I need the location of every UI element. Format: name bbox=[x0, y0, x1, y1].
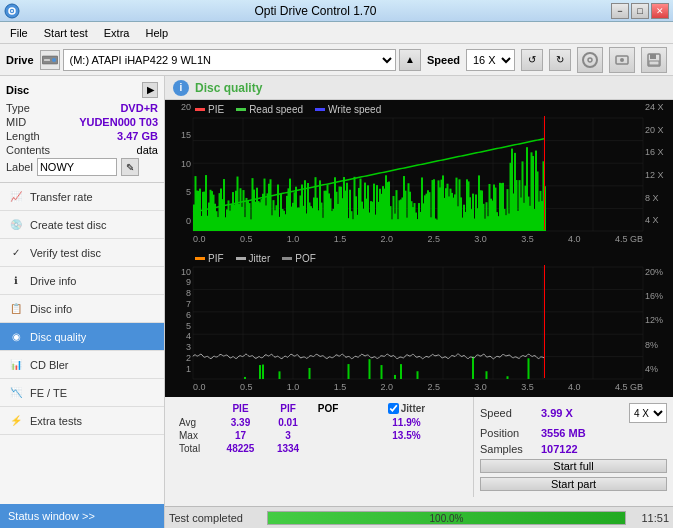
chart-bottom-x-axis: 0.0 0.5 1.0 1.5 2.0 2.5 3.0 3.5 4.0 4.5 … bbox=[193, 378, 643, 396]
speed-label: Speed bbox=[480, 407, 535, 419]
titlebar-controls: − □ ✕ bbox=[611, 3, 669, 19]
legend-jitter-color bbox=[236, 257, 246, 260]
menu-start-test[interactable]: Start test bbox=[38, 25, 94, 41]
disc-label-input[interactable] bbox=[37, 158, 117, 176]
legend-pif-label: PIF bbox=[208, 253, 224, 264]
maximize-button[interactable]: □ bbox=[631, 3, 649, 19]
legend-pie: PIE bbox=[195, 104, 224, 115]
disc-mid-value: YUDEN000 T03 bbox=[79, 116, 158, 128]
sidebar-item-verify-test-disc[interactable]: ✓ Verify test disc bbox=[0, 239, 164, 267]
start-part-button[interactable]: Start part bbox=[480, 477, 667, 491]
disc-quality-title: Disc quality bbox=[195, 81, 262, 95]
stats-panel: PIE PIF POF Jitter bbox=[165, 396, 673, 506]
drive-select[interactable]: (M:) ATAPI iHAP422 9 WL1N bbox=[63, 49, 396, 71]
disc-length-value: 3.47 GB bbox=[117, 130, 158, 142]
eject-button[interactable]: ▲ bbox=[399, 49, 421, 71]
sidebar-label-fe-te: FE / TE bbox=[30, 387, 67, 399]
save-button[interactable] bbox=[641, 47, 667, 73]
sidebar-label-verify-test-disc: Verify test disc bbox=[30, 247, 101, 259]
sidebar-label-disc-info: Disc info bbox=[30, 303, 72, 315]
position-label: Position bbox=[480, 427, 535, 439]
disc-length-row: Length 3.47 GB bbox=[6, 130, 158, 142]
samples-row: Samples 107122 bbox=[480, 443, 667, 455]
status-window-bar[interactable]: Status window >> bbox=[0, 504, 164, 528]
row-avg-pof bbox=[308, 416, 348, 429]
svg-point-9 bbox=[620, 58, 624, 62]
legend-write-label: Write speed bbox=[328, 104, 381, 115]
speed-row: Speed 3.99 X 4 X 1 X 2 X 8 X bbox=[480, 403, 667, 423]
sidebar-item-create-test-disc[interactable]: 💿 Create test disc bbox=[0, 211, 164, 239]
legend-pif-color bbox=[195, 257, 205, 260]
th-jitter: Jitter bbox=[348, 401, 465, 416]
speed-select[interactable]: 16 X 8 X 4 X Max bbox=[466, 49, 515, 71]
chart-bottom-legend: PIF Jitter POF bbox=[195, 253, 316, 264]
sidebar-item-cd-bler[interactable]: 📊 CD Bler bbox=[0, 351, 164, 379]
close-button[interactable]: ✕ bbox=[651, 3, 669, 19]
sidebar: Disc ▶ Type DVD+R MID YUDEN000 T03 Lengt… bbox=[0, 76, 165, 528]
chart-top-canvas bbox=[165, 100, 673, 249]
disc-label-label: Label bbox=[6, 161, 33, 173]
sidebar-label-extra-tests: Extra tests bbox=[30, 415, 82, 427]
drivebar: Drive (M:) ATAPI iHAP422 9 WL1N ▲ Speed … bbox=[0, 44, 673, 76]
position-value: 3556 MB bbox=[541, 427, 667, 439]
disc-contents-value: data bbox=[137, 144, 158, 156]
refresh-button[interactable]: ↺ bbox=[521, 49, 543, 71]
disc-length-label: Length bbox=[6, 130, 40, 142]
sidebar-item-extra-tests[interactable]: ⚡ Extra tests bbox=[0, 407, 164, 435]
media-button[interactable] bbox=[609, 47, 635, 73]
right-controls: Speed 3.99 X 4 X 1 X 2 X 8 X Position 35… bbox=[473, 397, 673, 497]
row-avg-pif: 0.01 bbox=[268, 416, 308, 429]
stats-table: PIE PIF POF Jitter bbox=[173, 401, 465, 455]
legend-read-color bbox=[236, 108, 246, 111]
chart-top-marker bbox=[544, 116, 545, 230]
speed-label: Speed bbox=[427, 54, 460, 66]
svg-rect-5 bbox=[44, 59, 50, 61]
disc-type-row: Type DVD+R bbox=[6, 102, 158, 114]
position-row: Position 3556 MB bbox=[480, 427, 667, 439]
sidebar-item-drive-info[interactable]: ℹ Drive info bbox=[0, 267, 164, 295]
samples-value: 107122 bbox=[541, 443, 667, 455]
verify-test-disc-icon: ✓ bbox=[8, 245, 24, 261]
speed-select[interactable]: 4 X 1 X 2 X 8 X bbox=[629, 403, 667, 423]
disc-info-panel: Disc ▶ Type DVD+R MID YUDEN000 T03 Lengt… bbox=[0, 76, 164, 183]
menu-help[interactable]: Help bbox=[139, 25, 174, 41]
jitter-checkbox[interactable] bbox=[388, 403, 399, 414]
sidebar-item-disc-quality[interactable]: ◉ Disc quality bbox=[0, 323, 164, 351]
chart-top-y-axis-right: 24 X 20 X 16 X 12 X 8 X 4 X bbox=[643, 100, 673, 228]
drive-selector: (M:) ATAPI iHAP422 9 WL1N ▲ bbox=[40, 49, 421, 71]
disc-quality-header: i Disc quality bbox=[165, 76, 673, 100]
chart-bottom-y-axis-right: 20% 16% 12% 8% 4% bbox=[643, 265, 673, 377]
chart-top: PIE Read speed Write speed 20 15 10 bbox=[165, 100, 673, 249]
start-full-button[interactable]: Start full bbox=[480, 459, 667, 473]
row-max-pif: 3 bbox=[268, 429, 308, 442]
legend-jitter-label: Jitter bbox=[249, 253, 271, 264]
row-avg-pie: 3.39 bbox=[213, 416, 268, 429]
row-avg-jitter: 11.9% bbox=[348, 416, 465, 429]
chart-bottom-canvas bbox=[165, 249, 673, 397]
legend-pof-label: POF bbox=[295, 253, 316, 264]
table-row: Max 17 3 13.5% bbox=[173, 429, 465, 442]
disc-info-icon: 📋 bbox=[8, 301, 24, 317]
row-avg-label: Avg bbox=[173, 416, 213, 429]
disc-quality-icon-circle: i bbox=[173, 80, 189, 96]
legend-write-color bbox=[315, 108, 325, 111]
menu-file[interactable]: File bbox=[4, 25, 34, 41]
status-window-label: Status window >> bbox=[8, 510, 95, 522]
sidebar-item-fe-te[interactable]: 📉 FE / TE bbox=[0, 379, 164, 407]
minimize-button[interactable]: − bbox=[611, 3, 629, 19]
sidebar-label-disc-quality: Disc quality bbox=[30, 331, 86, 343]
refresh-speed-button[interactable]: ↻ bbox=[549, 49, 571, 71]
disc-header-btn[interactable]: ▶ bbox=[142, 82, 158, 98]
fe-te-icon: 📉 bbox=[8, 385, 24, 401]
sidebar-item-transfer-rate[interactable]: 📈 Transfer rate bbox=[0, 183, 164, 211]
disc-button[interactable] bbox=[577, 47, 603, 73]
main-content: Disc ▶ Type DVD+R MID YUDEN000 T03 Lengt… bbox=[0, 76, 673, 528]
menu-extra[interactable]: Extra bbox=[98, 25, 136, 41]
samples-label: Samples bbox=[480, 443, 535, 455]
legend-read-label: Read speed bbox=[249, 104, 303, 115]
disc-contents-row: Contents data bbox=[6, 144, 158, 156]
table-row: Total 48225 1334 bbox=[173, 442, 465, 455]
sidebar-item-disc-info[interactable]: 📋 Disc info bbox=[0, 295, 164, 323]
left-stats: PIE PIF POF Jitter bbox=[165, 397, 473, 497]
disc-label-edit-btn[interactable]: ✎ bbox=[121, 158, 139, 176]
